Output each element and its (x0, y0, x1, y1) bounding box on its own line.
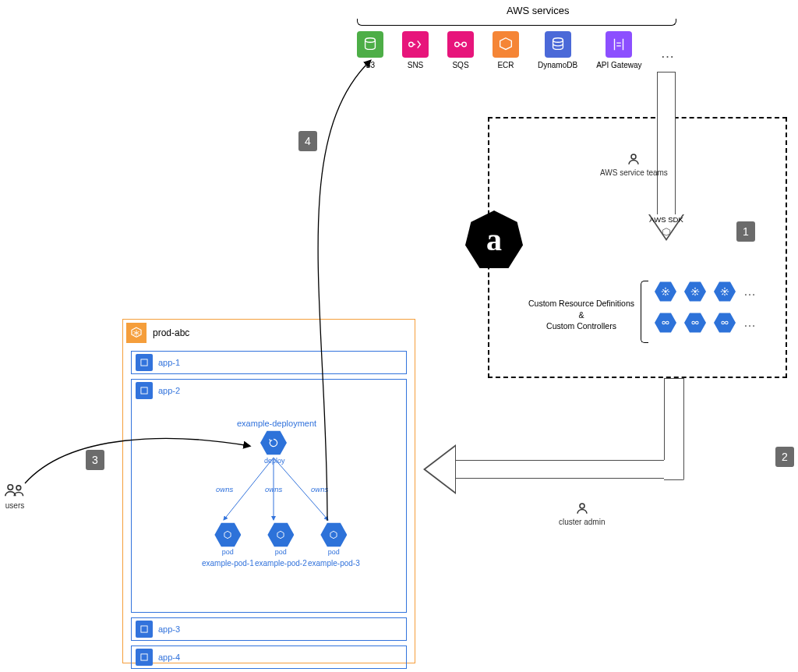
aws-service-teams-label: AWS service teams (600, 168, 668, 177)
svg-rect-24 (141, 654, 147, 660)
svg-point-5 (631, 154, 636, 159)
crd-hex-icon (714, 281, 736, 302)
pod-small-label: pod (308, 548, 360, 556)
svg-rect-23 (141, 626, 147, 632)
crd-brace (641, 281, 648, 343)
users-icon (5, 482, 25, 499)
svg-point-2 (455, 42, 460, 47)
arrow-artifacts-to-cluster (423, 444, 774, 494)
app-label: app-4 (158, 653, 180, 662)
app-label: app-1 (158, 358, 180, 367)
crd-hex-icon (655, 281, 676, 302)
svg-point-11 (692, 321, 695, 324)
app-4: app-4 (131, 645, 407, 669)
bracket (357, 19, 676, 27)
pod-hex-icon (267, 522, 294, 548)
svg-point-7 (694, 290, 697, 293)
pod-small-label: pod (202, 548, 254, 556)
service-ecr: ECR (493, 31, 519, 69)
svg-point-8 (723, 290, 726, 293)
svg-rect-18 (141, 359, 147, 366)
controller-hex-icon (655, 312, 676, 334)
apigateway-icon (606, 31, 632, 58)
svg-point-17 (16, 486, 21, 490)
owns-label: owns (216, 485, 233, 493)
namespace-icon (126, 323, 147, 343)
app-1: app-1 (131, 351, 407, 374)
service-sns: SNS (402, 31, 429, 69)
service-s3: S3 (357, 31, 383, 69)
pod-name: example-pod-3 (308, 559, 360, 568)
row-ellipsis: … (743, 285, 756, 299)
aws-services-row: S3 SNS SQS ECR DynamoDB API Gateway … (357, 31, 675, 69)
svg-point-1 (409, 42, 414, 47)
sns-icon (402, 31, 429, 58)
logo-a-letter: a (486, 221, 502, 258)
service-apigw: API Gateway (596, 31, 641, 69)
pod-name: example-pod-1 (202, 559, 254, 568)
controller-hex-icon (714, 312, 736, 334)
service-dynamodb: DynamoDB (538, 31, 577, 69)
pod-1: pod example-pod-1 (202, 522, 254, 568)
app-label: app-3 (158, 624, 180, 634)
deployment-edges (132, 380, 409, 614)
crd-hex-grid: … … (655, 281, 756, 334)
cluster-admin-label: cluster admin (559, 518, 605, 526)
svg-point-4 (553, 38, 563, 43)
crd-l1: Custom Resource Definitions (528, 299, 634, 308)
pod-hex-icon (320, 522, 347, 548)
app-icon (136, 621, 153, 638)
service-label: API Gateway (596, 61, 641, 69)
crd-l2: Custom Controllers (546, 321, 616, 331)
row-ellipsis: … (743, 316, 756, 330)
svg-point-12 (696, 321, 699, 324)
aws-service-teams: AWS service teams (600, 152, 668, 177)
step-2-badge: 2 (775, 447, 794, 467)
pod-3: pod example-pod-3 (308, 522, 360, 568)
deploy-small-label: deploy (264, 457, 285, 465)
crd-hex-icon (684, 281, 706, 302)
svg-point-14 (726, 321, 729, 324)
controller-hex-icon (684, 312, 706, 334)
app-icon (136, 649, 153, 666)
svg-point-6 (664, 290, 667, 293)
person-icon (627, 152, 641, 166)
app-icon (136, 354, 153, 371)
step-4-badge: 4 (298, 131, 317, 151)
app-3: app-3 (131, 617, 407, 641)
svg-point-0 (365, 38, 376, 43)
aws-services-title: AWS services (507, 5, 569, 16)
service-sqs: SQS (447, 31, 474, 69)
person-icon (575, 501, 589, 515)
pod-hex-icon (214, 522, 241, 548)
service-label: ECR (497, 61, 514, 69)
step-3-badge: 3 (86, 450, 104, 470)
svg-point-3 (462, 42, 467, 47)
s3-icon (357, 31, 383, 58)
svg-point-13 (722, 321, 725, 324)
deployment-title: example-deployment (237, 419, 316, 428)
services-ellipsis: … (661, 39, 675, 62)
step-1-badge: 1 (736, 221, 755, 242)
namespace-prod-abc: prod-abc app-1 app-2 example-deployment … (122, 319, 415, 663)
ecr-icon (493, 31, 519, 58)
cluster-admin: cluster admin (559, 501, 605, 526)
service-label: DynamoDB (538, 61, 577, 69)
svg-point-9 (662, 321, 666, 324)
dynamodb-icon (545, 31, 571, 58)
users-label: users (5, 501, 24, 510)
owns-label: owns (311, 485, 328, 493)
app-icon (136, 382, 153, 399)
sqs-icon (447, 31, 474, 58)
crd-label: Custom Resource Definitions & Custom Con… (524, 298, 639, 332)
namespace-title: prod-abc (153, 327, 189, 338)
pod-name: example-pod-2 (255, 559, 307, 568)
aws-sdk-icon (661, 227, 672, 239)
app-label: app-2 (158, 386, 180, 395)
crd-amp: & (578, 310, 584, 320)
pod-2: pod example-pod-2 (255, 522, 307, 568)
owns-label: owns (265, 485, 282, 493)
svg-point-16 (8, 485, 13, 490)
namespace-header: prod-abc (123, 320, 415, 346)
svg-point-10 (666, 321, 669, 324)
